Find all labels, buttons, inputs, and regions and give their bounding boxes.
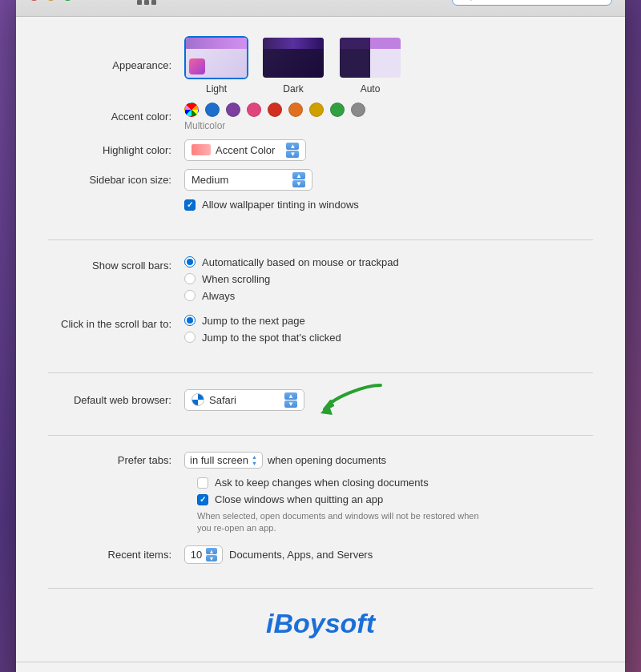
content-area: Appearance: Light Dark	[16, 17, 625, 662]
watermark-text: iBoysoft	[266, 608, 375, 638]
tabs-stepper-up[interactable]: ▲	[252, 454, 257, 460]
prefer-tabs-options: in full screen ▲ ▼ when opening document…	[184, 452, 386, 469]
search-box[interactable]: 🔍	[452, 0, 612, 6]
close-windows-label: Close windows when quitting an app	[215, 493, 383, 505]
wallpaper-checkbox-row: Allow wallpaper tinting in windows	[184, 199, 359, 211]
stepper-up[interactable]: ▲	[286, 143, 299, 150]
browser-dropdown[interactable]: Safari ▲ ▼	[184, 389, 304, 411]
window-title: General	[166, 0, 211, 2]
safari-icon	[191, 393, 204, 406]
wallpaper-checkbox-label: Allow wallpaper tinting in windows	[202, 199, 359, 211]
nav-buttons: ‹ ›	[86, 0, 127, 5]
multicolor-dot[interactable]	[184, 103, 199, 117]
yellow-dot[interactable]	[309, 103, 324, 117]
scroll-scrolling-radio[interactable]	[184, 273, 196, 284]
sidebar-icon-dropdown[interactable]: Medium ▲ ▼	[184, 169, 312, 191]
sidebar-stepper[interactable]: ▲ ▼	[292, 172, 305, 187]
section-tabs: Prefer tabs: in full screen ▲ ▼ when ope…	[48, 452, 593, 590]
browser-row: Default web browser: Safari ▲ ▼	[48, 389, 593, 411]
search-input[interactable]	[478, 0, 603, 2]
spot-radio[interactable]	[184, 332, 196, 343]
click-scroll-row: Click in the scroll bar to: Jump to the …	[48, 315, 593, 348]
grid-icon[interactable]	[137, 0, 156, 5]
dark-thumb[interactable]	[261, 36, 325, 79]
tabs-stepper-down[interactable]: ▼	[252, 461, 257, 466]
titlebar: ‹ › General 🔍	[16, 0, 625, 17]
close-windows-row: Close windows when quitting an app	[197, 493, 593, 505]
next-page-row: Jump to the next page	[184, 315, 341, 327]
pink-dot[interactable]	[247, 103, 261, 117]
purple-dot[interactable]	[226, 103, 240, 117]
recent-items-stepper[interactable]: 10 ▲ ▼	[184, 545, 223, 564]
close-windows-subtext: When selected, open documents and window…	[48, 510, 481, 535]
auto-thumb[interactable]	[338, 36, 402, 79]
scroll-bars-row: Show scroll bars: Automatically based on…	[48, 256, 593, 307]
recent-items-value: 10	[190, 549, 203, 561]
prefer-tabs-stepper[interactable]: ▲ ▼	[252, 454, 257, 466]
sidebar-stepper-down[interactable]: ▼	[292, 180, 305, 187]
section-browser: Default web browser: Safari ▲ ▼	[48, 389, 593, 436]
scroll-always-radio[interactable]	[184, 290, 196, 301]
stepper-down[interactable]: ▼	[286, 151, 299, 158]
watermark-container: iBoysoft	[48, 605, 593, 646]
traffic-lights	[29, 0, 73, 1]
inline-stepper[interactable]: ▲ ▼	[206, 548, 217, 561]
sidebar-icon-value: Medium	[191, 174, 228, 186]
ask-keep-checkbox[interactable]	[197, 477, 208, 489]
scroll-scrolling-row: When scrolling	[184, 273, 399, 285]
blue-dot[interactable]	[205, 103, 220, 117]
next-page-radio[interactable]	[184, 315, 196, 326]
browser-stepper[interactable]: ▲ ▼	[284, 392, 297, 408]
prefer-tabs-dropdown[interactable]: in full screen ▲ ▼	[184, 452, 263, 469]
section-appearance: Appearance: Light Dark	[48, 36, 593, 240]
light-label: Light	[206, 83, 227, 95]
close-windows-checkbox[interactable]	[197, 494, 208, 505]
next-page-label: Jump to the next page	[202, 315, 305, 327]
close-button[interactable]	[29, 0, 39, 1]
browser-stepper-up[interactable]: ▲	[284, 392, 297, 400]
orange-dot[interactable]	[288, 103, 303, 117]
prefer-tabs-value: in full screen	[190, 454, 248, 466]
recent-items-up[interactable]: ▲	[206, 548, 217, 554]
red-dot[interactable]	[268, 103, 282, 117]
appearance-auto[interactable]: Auto	[338, 36, 402, 95]
green-dot[interactable]	[330, 103, 345, 117]
sidebar-stepper-up[interactable]: ▲	[292, 172, 305, 179]
bottom-bar: ?	[16, 662, 625, 672]
minimize-button[interactable]	[46, 0, 56, 1]
ask-keep-row: Ask to keep changes when closing documen…	[197, 477, 593, 489]
appearance-light[interactable]: Light	[184, 36, 248, 95]
highlight-dropdown[interactable]: Accent Color ▲ ▼	[184, 139, 306, 161]
fullscreen-button[interactable]	[62, 0, 73, 1]
highlight-color-row: Highlight color: Accent Color ▲ ▼	[48, 139, 593, 161]
settings-window: ‹ › General 🔍 Appearance:	[16, 0, 625, 672]
spot-label: Jump to the spot that's clicked	[202, 332, 341, 344]
appearance-label: Appearance:	[48, 59, 184, 71]
sidebar-icon-label: Sidebar icon size:	[48, 174, 184, 186]
browser-value: Safari	[209, 394, 236, 406]
highlight-label-text: Highlight color:	[48, 144, 184, 156]
scroll-auto-radio[interactable]	[184, 256, 196, 268]
recent-items-suffix: Documents, Apps, and Servers	[229, 549, 373, 561]
forward-button[interactable]: ›	[108, 0, 127, 5]
section-scroll: Show scroll bars: Automatically based on…	[48, 256, 593, 373]
browser-stepper-down[interactable]: ▼	[284, 400, 297, 408]
highlight-stepper[interactable]: ▲ ▼	[286, 143, 299, 158]
green-arrow	[316, 381, 389, 421]
recent-items-down[interactable]: ▼	[206, 555, 217, 561]
scroll-scrolling-label: When scrolling	[202, 273, 270, 285]
light-thumb[interactable]	[184, 36, 248, 79]
scroll-bars-label: Show scroll bars:	[48, 256, 184, 272]
accent-label-text: Accent color:	[48, 111, 184, 123]
scroll-auto-label: Automatically based on mouse or trackpad	[202, 256, 399, 268]
click-scroll-label: Click in the scroll bar to:	[48, 315, 184, 330]
back-button[interactable]: ‹	[86, 0, 105, 5]
graphite-dot[interactable]	[351, 103, 365, 117]
scroll-auto-row: Automatically based on mouse or trackpad	[184, 256, 399, 268]
appearance-dark[interactable]: Dark	[261, 36, 325, 95]
wallpaper-checkbox[interactable]	[184, 199, 196, 211]
wallpaper-tinting-row: Allow wallpaper tinting in windows	[48, 199, 593, 215]
accent-color-row: Accent color: Multicolor	[48, 103, 593, 131]
scroll-always-row: Always	[184, 290, 399, 302]
highlight-value: Accent Color	[216, 144, 275, 156]
